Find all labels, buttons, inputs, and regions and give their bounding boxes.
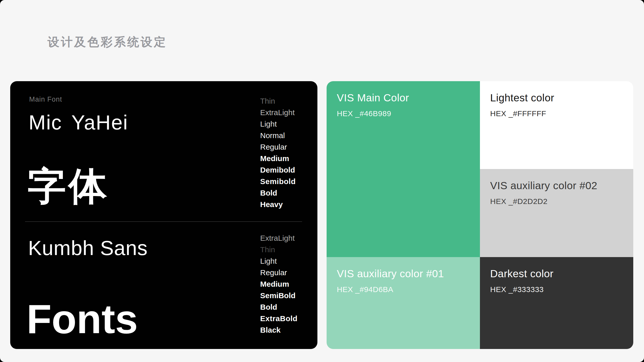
card-divider — [25, 221, 302, 222]
color-tile-hex: HEX _#D2D2D2 — [490, 197, 547, 206]
color-tile-title: VIS Main Color — [337, 92, 409, 104]
color-tile-aux-02: VIS auxiliary color #02 HEX _#D2D2D2 — [480, 169, 633, 257]
weight-item: Semibold — [260, 176, 296, 187]
color-tile-hex: HEX _#FFFFFF — [490, 109, 546, 118]
color-tile-title: VIS auxiliary color #01 — [337, 268, 444, 280]
weight-item: Heavy — [260, 199, 296, 210]
color-tile-lightest: Lightest color HEX _#FFFFFF — [480, 81, 633, 169]
weight-item: Bold — [260, 187, 296, 199]
weight-item: ExtraLight — [260, 232, 297, 244]
weight-item: Regular — [260, 267, 297, 278]
color-tile-aux-01: VIS auxiliary color #01 HEX _#94D6BA — [327, 257, 480, 349]
weight-item: Regular — [260, 141, 296, 153]
weight-item: Light — [260, 118, 296, 130]
weight-item: Medium — [260, 278, 297, 290]
color-tile-hex: HEX _#46B989 — [337, 109, 391, 118]
design-spec-page: 设计及色彩系统设定 Main Font Mic YaHei 字体 Thin Ex… — [0, 0, 644, 362]
font-specimen-chinese: 字体 — [28, 167, 109, 205]
weight-item: Thin — [260, 95, 296, 107]
color-tile-title: VIS auxiliary color #02 — [490, 180, 597, 192]
font-specimen-latin: Fonts — [27, 299, 138, 340]
page-title: 设计及色彩系统设定 — [48, 34, 167, 50]
font-name-primary: Mic YaHei — [29, 112, 128, 133]
weight-item: ExtraLight — [260, 107, 296, 118]
weight-list-primary: Thin ExtraLight Light Normal Regular Med… — [260, 95, 296, 210]
weight-item: Bold — [260, 301, 297, 313]
main-font-label: Main Font — [29, 95, 62, 103]
color-tile-title: Darkest color — [490, 268, 554, 280]
weight-list-secondary: ExtraLight Thin Light Regular Medium Sem… — [260, 232, 297, 336]
weight-item: Black — [260, 324, 297, 336]
font-specimen-card: Main Font Mic YaHei 字体 Thin ExtraLight L… — [10, 81, 317, 349]
color-tile-hex: HEX _#333333 — [490, 285, 544, 294]
weight-item: ExtraBold — [260, 313, 297, 324]
color-tile-title: Lightest color — [490, 92, 554, 104]
color-tile-vis-main: VIS Main Color HEX _#46B989 — [327, 81, 480, 257]
color-tile-hex: HEX _#94D6BA — [337, 285, 393, 294]
weight-item: SemiBold — [260, 290, 297, 301]
weight-item: Demibold — [260, 164, 296, 176]
weight-item: Light — [260, 255, 297, 267]
color-swatch-grid: VIS Main Color HEX _#46B989 Lightest col… — [327, 81, 633, 349]
weight-item: Normal — [260, 130, 296, 141]
weight-item: Medium — [260, 153, 296, 164]
color-tile-darkest: Darkest color HEX _#333333 — [480, 257, 633, 349]
weight-item: Thin — [260, 244, 297, 255]
font-name-secondary: Kumbh Sans — [28, 238, 148, 258]
